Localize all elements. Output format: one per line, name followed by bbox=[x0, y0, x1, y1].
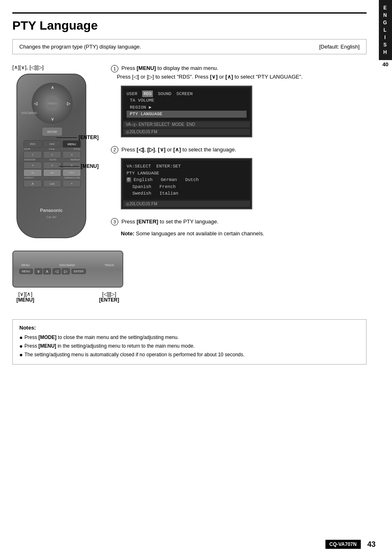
btn-1: 1 bbox=[23, 151, 42, 158]
step-3-number: 3 bbox=[111, 218, 118, 225]
extra-btn: + bbox=[62, 180, 81, 187]
nav-circle: ∧ ∨ ◁ ▷ TRACK bbox=[32, 83, 73, 124]
screen-1-bottom2: ◎20LOUDJS FM bbox=[123, 129, 250, 135]
side-tab-number: 40 bbox=[379, 60, 392, 69]
step-1-bold1: [MENU] bbox=[136, 65, 156, 71]
btn-row-nav: RDS NAV MENU bbox=[23, 140, 81, 148]
notes-section: Notes: ● Press [MODE] to close the main … bbox=[12, 319, 367, 365]
step-2-bold1: [◁] bbox=[136, 146, 144, 153]
step-2-text: 2 Press [◁], [▷], [∨] or [∧] to select t… bbox=[111, 146, 367, 154]
rds-btn: RDS bbox=[23, 140, 42, 148]
enter-line bbox=[56, 137, 77, 138]
nav-center: TRACK bbox=[45, 96, 60, 111]
nav-left-arrow: ◁ bbox=[34, 101, 37, 106]
car-av-label: Car AV bbox=[46, 215, 57, 219]
note-item-3: ● The setting/adjusting menu is automati… bbox=[19, 351, 360, 359]
bottom-left-btn: ◁ bbox=[53, 268, 61, 274]
note-inline: Note: Some languages are not available i… bbox=[121, 230, 367, 237]
page-number: 43 bbox=[367, 540, 376, 549]
screen-2-content: VA:SELECT ENTER:SET PTY LANGUAGE © Engli… bbox=[123, 160, 250, 200]
bottom-menu-btn: MENU bbox=[19, 269, 33, 274]
btn-3: 3 bbox=[62, 151, 81, 158]
remote-body: ∧ ∨ ◁ ▷ TRACK ENTER bbox=[16, 74, 86, 238]
bottom-remote-img: MENU DISC/BAND TRACK MENU ∨ ∧ ◁ ▷ bbox=[12, 251, 123, 288]
menu-label: [MENU] bbox=[81, 163, 99, 169]
keys-label: [∧][∨], [◁][▷] bbox=[12, 64, 103, 70]
bullet-2: ● bbox=[19, 342, 23, 351]
nav-btn: NAV bbox=[43, 140, 62, 148]
step-2-bold4: [∧] bbox=[173, 146, 181, 153]
step-1-bold2: [∨] bbox=[210, 74, 218, 80]
bottom-left-name: [MENU] bbox=[16, 297, 34, 303]
menu-label-container: [MENU] bbox=[59, 163, 99, 169]
default-text: [Default: English] bbox=[319, 44, 360, 50]
side-tab-letters: E N G L I S H bbox=[383, 4, 387, 56]
note-item-2: ● Press [MENU] in the setting/adjusting … bbox=[19, 342, 360, 351]
bottom-right-btn: ▷ bbox=[62, 268, 70, 274]
bottom-remote-section: MENU DISC/BAND TRACK MENU ∨ ∧ ◁ ▷ bbox=[12, 251, 103, 303]
enter-label: [ENTER] bbox=[78, 135, 99, 140]
left-column: [∧][∨], [◁][▷] ∧ ∨ ◁ ▷ TRACK bbox=[12, 64, 103, 311]
model-number: CQ-VA707N bbox=[325, 540, 361, 549]
bottom-enter-btn: ENTER bbox=[71, 269, 86, 274]
panasonic-logo: Panasonic bbox=[40, 208, 62, 213]
step-1-bold3: [∧] bbox=[225, 74, 233, 80]
btn-row-123: 1 2 3 bbox=[23, 151, 81, 158]
bottom-up-btn: ∧ bbox=[43, 268, 51, 274]
description-box: Changes the program type (PTY) display l… bbox=[12, 39, 367, 54]
btn-2: 2 bbox=[43, 151, 62, 158]
af-btn: AF bbox=[43, 169, 62, 176]
ta-btn: TA bbox=[23, 169, 42, 176]
page-title: PTY Language bbox=[12, 19, 367, 33]
nav-down-arrow: ∨ bbox=[51, 117, 54, 121]
notes-title: Notes: bbox=[19, 325, 360, 331]
loc-btn: Loc bbox=[43, 180, 62, 187]
screen-2-bottom: ◎20LOUDJS FM bbox=[123, 201, 250, 207]
top-border bbox=[12, 12, 367, 14]
nav-right-arrow: ▷ bbox=[67, 101, 70, 106]
bottom-left-keys: [∨][∧] bbox=[18, 291, 32, 297]
step-1: 1 Press [MENU] to display the main menu.… bbox=[111, 64, 367, 137]
menu-btn: MENU bbox=[62, 140, 81, 148]
step-1-text: 1 Press [MENU] to display the main menu.… bbox=[111, 64, 367, 81]
screen-1-bottom: VA◁▷ ENTER:SELECT MODE END bbox=[123, 121, 250, 128]
main-content: PTY Language Changes the program type (P… bbox=[0, 0, 379, 373]
bullet-3: ● bbox=[19, 351, 23, 359]
a-btn: A bbox=[23, 180, 42, 187]
step-2-bold2: [▷] bbox=[147, 146, 155, 153]
step-1-number: 1 bbox=[111, 65, 118, 72]
remote-illustration: ∧ ∨ ◁ ▷ TRACK ENTER bbox=[12, 74, 99, 246]
step-2-number: 2 bbox=[111, 146, 118, 153]
menu-line bbox=[59, 166, 79, 167]
bottom-down-btn: ∨ bbox=[35, 268, 42, 274]
side-tab: E N G L I S H 40 bbox=[379, 0, 392, 69]
content-layout: [∧][∨], [◁][▷] ∧ ∨ ◁ ▷ TRACK bbox=[12, 64, 367, 311]
right-column: 1 Press [MENU] to display the main menu.… bbox=[111, 64, 367, 311]
description-text: Changes the program type (PTY) display l… bbox=[19, 44, 141, 50]
enter-label-container: [ENTER] bbox=[56, 135, 99, 140]
step-3-text: 3 Press [ENTER] to set the PTY language. bbox=[111, 218, 367, 226]
note-item-1: ● Press [MODE] to close the main menu an… bbox=[19, 333, 360, 342]
btn-row-a: A Loc + bbox=[23, 180, 81, 187]
pty-btn: PTY bbox=[62, 169, 81, 176]
step-2: 2 Press [◁], [▷], [∨] or [∧] to select t… bbox=[111, 146, 367, 209]
screen-2: VA:SELECT ENTER:SET PTY LANGUAGE © Engli… bbox=[121, 158, 252, 209]
btn-4: 4 bbox=[23, 162, 42, 169]
screen-1-content: USER RDS SOUND SCREEN TA VOLUME REGION ▶… bbox=[123, 88, 250, 120]
nav-up-arrow: ∧ bbox=[51, 85, 54, 90]
step-2-bold3: [∨] bbox=[158, 146, 166, 153]
bullet-1: ● bbox=[19, 333, 23, 342]
footer: CQ-VA707N 43 bbox=[325, 540, 376, 549]
screen-1: USER RDS SOUND SCREEN TA VOLUME REGION ▶… bbox=[121, 86, 252, 137]
btn-row-taa: TA AF PTY bbox=[23, 169, 81, 176]
bottom-key-labels: [∨][∧] [MENU] [◁][▷] [ENTER] bbox=[12, 291, 123, 303]
step-3: 3 Press [ENTER] to set the PTY language.… bbox=[111, 218, 367, 237]
step-3-bold1: [ENTER] bbox=[136, 218, 158, 225]
